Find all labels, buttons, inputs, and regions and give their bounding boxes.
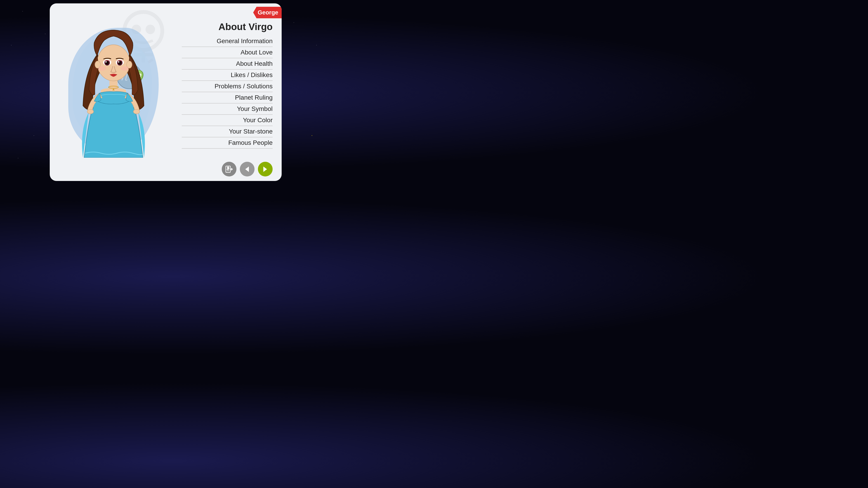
- svg-point-24: [118, 61, 119, 63]
- menu-list: General Information About Love About Hea…: [182, 36, 273, 157]
- back-arrow-icon: [243, 165, 251, 173]
- svg-point-26: [121, 66, 129, 71]
- george-banner: George: [253, 7, 282, 18]
- svg-point-12: [87, 109, 94, 114]
- nav-buttons: [182, 157, 273, 176]
- svg-marker-33: [264, 166, 267, 172]
- menu-item-problems-solutions[interactable]: Problems / Solutions: [182, 81, 273, 92]
- right-panel: George About Virgo General Information A…: [177, 3, 282, 181]
- svg-point-13: [133, 109, 140, 114]
- left-panel: ℳ♍: [50, 3, 177, 181]
- svg-marker-32: [245, 166, 249, 172]
- virgo-character-svg: ℳ♍: [70, 27, 156, 158]
- menu-item-planet-ruling[interactable]: Planet Ruling: [182, 92, 273, 103]
- menu-item-your-symbol[interactable]: Your Symbol: [182, 103, 273, 115]
- back-button[interactable]: [240, 162, 254, 176]
- menu-item-general-information[interactable]: General Information: [182, 36, 273, 47]
- menu-item-likes-dislikes[interactable]: Likes / Dislikes: [182, 70, 273, 81]
- svg-point-20: [105, 61, 107, 63]
- menu-item-your-star-stone[interactable]: Your Star-stone: [182, 126, 273, 137]
- menu-item-famous-people[interactable]: Famous People: [182, 137, 273, 149]
- menu-item-about-love[interactable]: About Love: [182, 47, 273, 58]
- main-card: ℳ♍: [50, 3, 282, 181]
- george-banner-label: George: [253, 7, 282, 18]
- about-title: About Virgo: [182, 22, 273, 32]
- exit-button[interactable]: [222, 162, 237, 176]
- exit-icon: [225, 165, 233, 173]
- forward-arrow-icon: [261, 165, 269, 173]
- svg-point-25: [98, 66, 106, 71]
- forward-button[interactable]: [258, 162, 273, 176]
- virgo-character-container: ℳ♍: [66, 19, 161, 166]
- menu-item-your-color[interactable]: Your Color: [182, 115, 273, 126]
- menu-item-about-health[interactable]: About Health: [182, 58, 273, 70]
